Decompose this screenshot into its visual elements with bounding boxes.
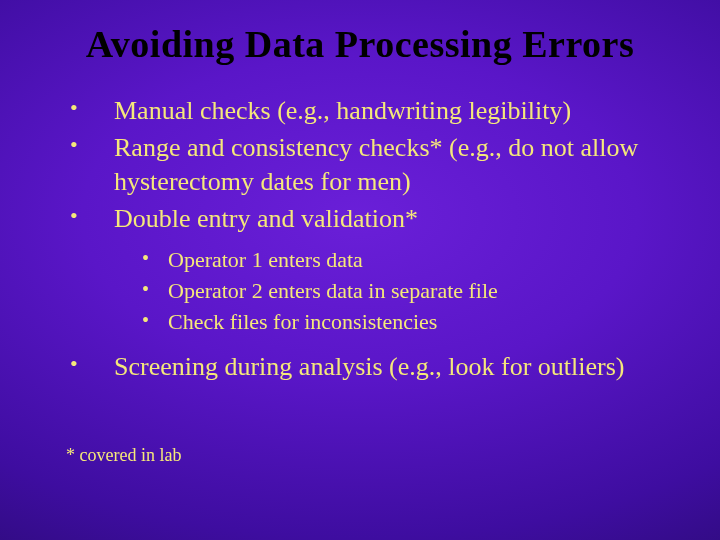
sub-bullet-text: Check files for inconsistencies — [168, 309, 437, 334]
bullet-text: Double entry and validation* — [114, 204, 418, 233]
sub-bullet-item: Check files for inconsistencies — [142, 307, 678, 336]
sub-bullet-item: Operator 2 enters data in separate file — [142, 276, 678, 305]
sub-bullet-text: Operator 2 enters data in separate file — [168, 278, 498, 303]
bullet-text: Manual checks (e.g., handwriting legibil… — [114, 96, 571, 125]
bullet-item: Range and consistency checks* (e.g., do … — [66, 131, 678, 198]
bullet-text: Screening during analysis (e.g., look fo… — [114, 352, 625, 381]
sub-bullet-list: Operator 1 enters data Operator 2 enters… — [142, 245, 678, 336]
bullet-list: Manual checks (e.g., handwriting legibil… — [66, 94, 678, 235]
bullet-text: Range and consistency checks* (e.g., do … — [114, 133, 638, 195]
sub-bullet-text: Operator 1 enters data — [168, 247, 363, 272]
footnote: * covered in lab — [66, 445, 678, 466]
bullet-item: Screening during analysis (e.g., look fo… — [66, 350, 678, 383]
slide: Avoiding Data Processing Errors Manual c… — [0, 0, 720, 540]
bullet-item: Double entry and validation* — [66, 202, 678, 235]
bullet-item: Manual checks (e.g., handwriting legibil… — [66, 94, 678, 127]
sub-bullet-item: Operator 1 enters data — [142, 245, 678, 274]
slide-title: Avoiding Data Processing Errors — [42, 22, 678, 66]
bullet-list-continued: Screening during analysis (e.g., look fo… — [66, 350, 678, 383]
